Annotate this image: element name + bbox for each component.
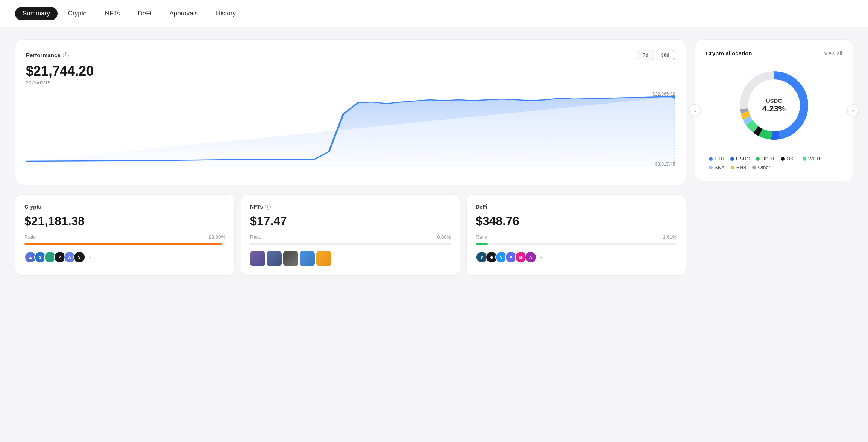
nav-defi[interactable]: DeFi <box>130 7 159 20</box>
performance-chart: $22,065.92 <box>26 91 675 174</box>
defi-ratio-row: Ratio 1.61% <box>476 234 677 240</box>
legend-okt: OKT <box>781 156 797 162</box>
right-column: Crypto allocation View all <box>695 39 853 276</box>
nfts-ratio-row: Ratio 0.08% <box>250 234 451 240</box>
crypto-card-amount: $21,181.38 <box>24 214 225 228</box>
allocation-prev-button[interactable]: ‹ <box>689 104 701 116</box>
legend-dot-okt <box>781 157 785 161</box>
legend-dot-snx <box>709 166 713 169</box>
legend-dot-usdc <box>730 157 734 161</box>
legend-usdt: USDT <box>756 156 775 162</box>
defi-progress-bar <box>476 243 677 245</box>
nfts-info-icon[interactable]: i <box>265 204 271 210</box>
allocation-card: Crypto allocation View all <box>695 39 853 181</box>
donut-percentage: 4.23% <box>762 104 786 114</box>
legend-bnb: BNB <box>731 165 747 170</box>
7d-button[interactable]: 7d <box>637 50 654 60</box>
defi-chevron-right[interactable]: › <box>537 253 546 262</box>
performance-card: Performance i 7d 30d $21,744.20 2023/03/… <box>15 39 686 185</box>
crypto-card-title: Crypto <box>24 204 225 210</box>
legend-dot-bnb <box>731 166 734 169</box>
performance-amount: $21,744.20 <box>26 63 675 79</box>
nav-approvals[interactable]: Approvals <box>162 7 205 20</box>
allocation-next-button[interactable]: › <box>847 104 859 116</box>
nav-history[interactable]: History <box>208 7 243 20</box>
legend-dot-weth <box>803 157 806 161</box>
chart-high-label: $22,065.92 <box>653 91 675 97</box>
nft-image-list: › <box>250 251 451 266</box>
legend-other: Other <box>752 165 770 170</box>
defi-protocol-list: Y ◆ S V ◕ A › <box>476 251 677 263</box>
performance-date: 2023/03/19 <box>26 80 675 85</box>
legend-dot-other <box>752 166 756 169</box>
legend-eth: ETH <box>709 156 724 162</box>
crypto-token-list: Ξ $ T × W S › <box>24 251 225 263</box>
donut-center: USDC 4.23% <box>762 98 786 114</box>
allocation-title: Crypto allocation <box>706 50 752 56</box>
nft-thumb-2 <box>267 251 282 266</box>
crypto-progress-bar <box>24 243 225 245</box>
legend-usdc: USDC <box>730 156 750 162</box>
performance-chart-svg <box>26 91 675 167</box>
defi-card-title: DeFi <box>476 204 677 210</box>
navigation: Summary Crypto NFTs DeFi Approvals Histo… <box>0 0 868 27</box>
nfts-progress-fill <box>250 243 251 245</box>
defi-card-amount: $348.76 <box>476 214 677 228</box>
defi-icon-6: A <box>525 251 537 263</box>
allocation-wrapper: Crypto allocation View all <box>695 39 853 181</box>
crypto-chevron-right[interactable]: › <box>85 253 94 262</box>
legend-dot-usdt <box>756 157 760 161</box>
nfts-progress-bar <box>250 243 451 245</box>
nav-nfts[interactable]: NFTs <box>97 7 127 20</box>
nav-summary[interactable]: Summary <box>15 7 58 20</box>
token-icon-snx: S <box>73 251 85 263</box>
30d-button[interactable]: 30d <box>656 50 675 60</box>
nft-thumb-3 <box>283 251 298 266</box>
nfts-bottom-card: NFTs i $17.47 Ratio 0.08% › <box>241 194 460 276</box>
time-buttons: 7d 30d <box>637 50 675 60</box>
chart-low-label: $3,017.45 <box>655 162 675 167</box>
crypto-progress-fill <box>24 243 222 245</box>
nav-crypto[interactable]: Crypto <box>61 7 94 20</box>
nft-thumb-1 <box>250 251 265 266</box>
legend-weth: WETH <box>803 156 822 162</box>
crypto-ratio-row: Ratio 98.30% <box>24 234 225 240</box>
nfts-card-amount: $17.47 <box>250 214 451 228</box>
defi-bottom-card: DeFi $348.76 Ratio 1.61% Y ◆ S V ◕ A <box>466 194 686 276</box>
nfts-chevron-right[interactable]: › <box>334 254 343 263</box>
crypto-bottom-card: Crypto $21,181.38 Ratio 98.30% Ξ $ T <box>15 194 235 276</box>
allocation-header: Crypto allocation View all <box>706 50 842 56</box>
allocation-legend: ETH USDC USDT OKT <box>706 156 842 170</box>
view-all-button[interactable]: View all <box>824 50 842 56</box>
nft-thumb-5 <box>316 251 331 266</box>
donut-chart-container: USDC 4.23% <box>706 64 842 147</box>
legend-snx: SNX <box>709 165 725 170</box>
donut-coin-label: USDC <box>762 98 786 104</box>
nfts-card-title: NFTs i <box>250 204 451 210</box>
bottom-cards: Crypto $21,181.38 Ratio 98.30% Ξ $ T <box>15 194 686 276</box>
nft-thumb-4 <box>300 251 315 266</box>
performance-info-icon[interactable]: i <box>63 52 69 58</box>
legend-dot-eth <box>709 157 713 161</box>
defi-progress-fill <box>476 243 488 245</box>
performance-title: Performance i <box>26 52 69 58</box>
